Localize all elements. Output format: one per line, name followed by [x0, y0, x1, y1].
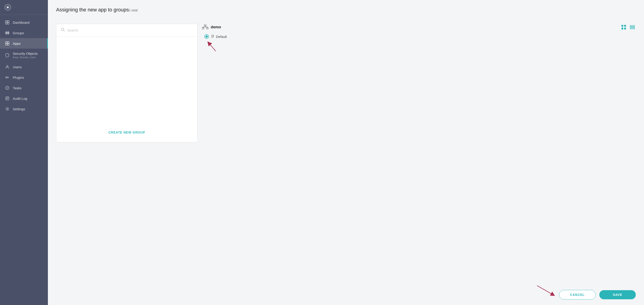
groups-header: demo: [202, 24, 636, 31]
sidebar-logo: [0, 0, 48, 15]
apps-icon: [5, 41, 10, 46]
groups-icon: [5, 31, 10, 35]
content-area: Assigning the new app to groups 1 total …: [48, 0, 644, 284]
cancel-button[interactable]: CANCEL: [559, 290, 596, 299]
sidebar-item-dashboard[interactable]: Dashboard: [0, 17, 48, 28]
security-objects-sublabel: Keys, Secrets, Certs: [13, 56, 38, 59]
group-name: demo: [211, 25, 618, 30]
svg-rect-8: [6, 33, 9, 34]
svg-rect-25: [204, 25, 206, 26]
grid-icon: [621, 25, 626, 30]
plugins-label: Plugins: [13, 76, 24, 80]
users-icon: [5, 65, 10, 69]
svg-rect-37: [630, 27, 635, 28]
search-icon: [61, 28, 65, 33]
group-structure-icon: [202, 25, 208, 30]
svg-rect-4: [8, 21, 9, 22]
list-icon: [630, 25, 635, 30]
radio-selected[interactable]: [204, 34, 209, 39]
svg-rect-13: [6, 44, 7, 45]
create-new-group-button[interactable]: CREATE NEW GROUP: [108, 131, 145, 134]
sidebar-item-plugins[interactable]: Plugins: [0, 72, 48, 83]
svg-rect-3: [6, 21, 7, 22]
audit-icon: [5, 96, 10, 101]
grid-view-button[interactable]: [620, 24, 627, 31]
sidebar-item-users[interactable]: Users: [0, 62, 48, 72]
svg-rect-12: [8, 42, 9, 43]
svg-rect-38: [630, 28, 635, 29]
svg-rect-27: [206, 28, 208, 29]
create-new-group-section: CREATE NEW GROUP: [56, 127, 197, 138]
search-input[interactable]: [67, 28, 193, 32]
dashboard-label: Dashboard: [13, 21, 30, 25]
default-item: Default: [204, 34, 636, 39]
search-wrapper: [56, 24, 197, 37]
svg-rect-16: [6, 77, 7, 78]
svg-rect-35: [624, 28, 626, 30]
svg-rect-7: [6, 32, 9, 33]
svg-rect-32: [622, 25, 623, 27]
sidebar-navigation: Dashboard Groups Apps Security Objects K…: [0, 15, 48, 305]
svg-rect-14: [8, 44, 9, 45]
svg-rect-33: [624, 25, 626, 27]
svg-point-2: [7, 7, 8, 8]
svg-point-22: [6, 108, 8, 110]
sidebar-item-security-objects[interactable]: Security Objects Keys, Secrets, Certs: [0, 49, 48, 62]
groups-panel: demo: [202, 24, 636, 142]
groups-label: Groups: [13, 31, 24, 35]
tasks-icon: [5, 86, 10, 90]
svg-rect-36: [630, 25, 635, 26]
svg-point-15: [6, 66, 8, 67]
sidebar-item-audit-log[interactable]: Audit Log: [0, 93, 48, 104]
default-label: Default: [211, 35, 227, 39]
page-title: Assigning the new app to groups: [56, 7, 129, 13]
list-view-button[interactable]: [629, 24, 636, 31]
svg-rect-34: [622, 28, 623, 30]
total-count: 1 total: [129, 9, 138, 12]
default-text: Default: [216, 35, 227, 39]
save-button[interactable]: SAVE: [599, 290, 636, 299]
security-icon: [5, 53, 10, 58]
plugins-icon: [5, 75, 10, 80]
sidebar: Dashboard Groups Apps Security Objects K…: [0, 0, 48, 305]
users-label: Users: [13, 65, 22, 69]
sidebar-item-tasks[interactable]: Tasks: [0, 83, 48, 93]
apps-label: Apps: [13, 42, 20, 46]
flag-icon: [211, 35, 215, 38]
svg-rect-26: [202, 28, 204, 29]
settings-label: Settings: [13, 107, 25, 111]
main-content: Assigning the new app to groups 1 total …: [48, 0, 644, 305]
arrow-annotation-2: [555, 295, 556, 295]
assign-layout: CREATE NEW GROUP demo: [56, 24, 636, 142]
svg-rect-6: [8, 23, 9, 24]
security-objects-text: Security Objects Keys, Secrets, Certs: [13, 52, 38, 59]
dashboard-icon: [5, 20, 10, 25]
bottom-actions: CANCEL SAVE: [48, 284, 644, 305]
sidebar-item-apps[interactable]: Apps: [0, 38, 48, 49]
sidebar-item-groups[interactable]: Groups: [0, 28, 48, 38]
audit-log-label: Audit Log: [13, 97, 27, 100]
svg-line-24: [64, 30, 65, 32]
logo-icon: [4, 4, 11, 11]
svg-rect-11: [6, 42, 7, 43]
tasks-label: Tasks: [13, 86, 22, 90]
sidebar-item-settings[interactable]: Settings: [0, 104, 48, 114]
settings-icon: [5, 107, 10, 111]
security-objects-label: Security Objects: [13, 52, 38, 56]
search-panel: CREATE NEW GROUP: [56, 24, 198, 142]
view-icons: [620, 24, 636, 31]
svg-rect-5: [6, 23, 7, 24]
